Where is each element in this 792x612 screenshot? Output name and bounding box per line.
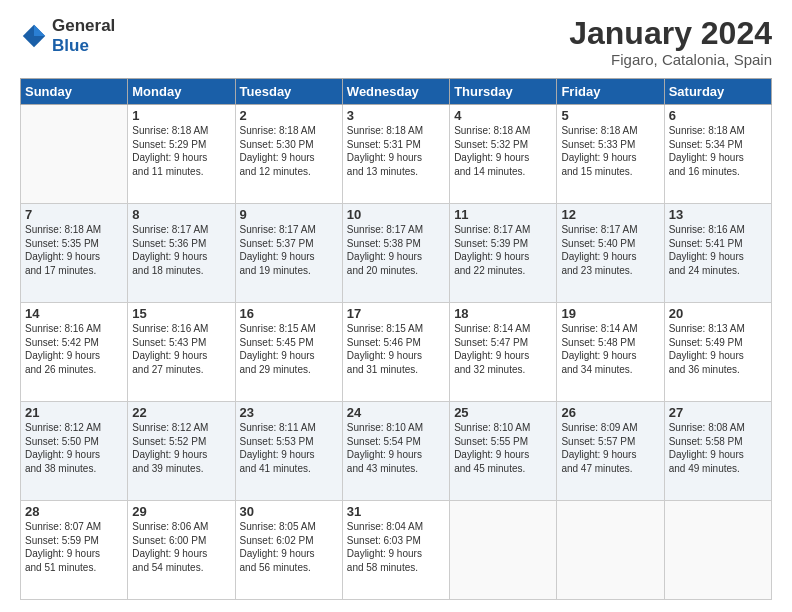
day-info: Sunrise: 8:15 AMSunset: 5:45 PMDaylight:…	[240, 322, 338, 376]
calendar-cell: 28Sunrise: 8:07 AMSunset: 5:59 PMDayligh…	[21, 501, 128, 600]
day-number: 20	[669, 306, 767, 321]
calendar-cell	[664, 501, 771, 600]
day-number: 25	[454, 405, 552, 420]
day-number: 29	[132, 504, 230, 519]
day-info: Sunrise: 8:18 AMSunset: 5:35 PMDaylight:…	[25, 223, 123, 277]
day-info: Sunrise: 8:14 AMSunset: 5:48 PMDaylight:…	[561, 322, 659, 376]
day-number: 24	[347, 405, 445, 420]
day-info: Sunrise: 8:16 AMSunset: 5:41 PMDaylight:…	[669, 223, 767, 277]
calendar-week-1: 1Sunrise: 8:18 AMSunset: 5:29 PMDaylight…	[21, 105, 772, 204]
calendar-cell: 21Sunrise: 8:12 AMSunset: 5:50 PMDayligh…	[21, 402, 128, 501]
calendar-cell: 22Sunrise: 8:12 AMSunset: 5:52 PMDayligh…	[128, 402, 235, 501]
day-info: Sunrise: 8:18 AMSunset: 5:33 PMDaylight:…	[561, 124, 659, 178]
day-number: 28	[25, 504, 123, 519]
calendar-cell: 17Sunrise: 8:15 AMSunset: 5:46 PMDayligh…	[342, 303, 449, 402]
day-info: Sunrise: 8:18 AMSunset: 5:30 PMDaylight:…	[240, 124, 338, 178]
day-info: Sunrise: 8:17 AMSunset: 5:38 PMDaylight:…	[347, 223, 445, 277]
calendar-cell: 6Sunrise: 8:18 AMSunset: 5:34 PMDaylight…	[664, 105, 771, 204]
calendar-week-5: 28Sunrise: 8:07 AMSunset: 5:59 PMDayligh…	[21, 501, 772, 600]
logo-icon	[20, 22, 48, 50]
day-number: 6	[669, 108, 767, 123]
calendar-cell: 13Sunrise: 8:16 AMSunset: 5:41 PMDayligh…	[664, 204, 771, 303]
day-info: Sunrise: 8:10 AMSunset: 5:55 PMDaylight:…	[454, 421, 552, 475]
header-cell-thursday: Thursday	[450, 79, 557, 105]
day-number: 19	[561, 306, 659, 321]
calendar-cell: 24Sunrise: 8:10 AMSunset: 5:54 PMDayligh…	[342, 402, 449, 501]
calendar-cell	[21, 105, 128, 204]
day-info: Sunrise: 8:12 AMSunset: 5:52 PMDaylight:…	[132, 421, 230, 475]
day-number: 30	[240, 504, 338, 519]
day-info: Sunrise: 8:17 AMSunset: 5:37 PMDaylight:…	[240, 223, 338, 277]
calendar-cell: 18Sunrise: 8:14 AMSunset: 5:47 PMDayligh…	[450, 303, 557, 402]
day-number: 8	[132, 207, 230, 222]
day-info: Sunrise: 8:16 AMSunset: 5:43 PMDaylight:…	[132, 322, 230, 376]
day-number: 4	[454, 108, 552, 123]
day-number: 14	[25, 306, 123, 321]
logo: General Blue	[20, 16, 115, 55]
day-number: 3	[347, 108, 445, 123]
day-info: Sunrise: 8:17 AMSunset: 5:36 PMDaylight:…	[132, 223, 230, 277]
day-number: 27	[669, 405, 767, 420]
day-info: Sunrise: 8:11 AMSunset: 5:53 PMDaylight:…	[240, 421, 338, 475]
calendar-body: 1Sunrise: 8:18 AMSunset: 5:29 PMDaylight…	[21, 105, 772, 600]
day-number: 16	[240, 306, 338, 321]
title-block: January 2024 Figaro, Catalonia, Spain	[569, 16, 772, 68]
calendar-cell: 4Sunrise: 8:18 AMSunset: 5:32 PMDaylight…	[450, 105, 557, 204]
calendar-cell: 26Sunrise: 8:09 AMSunset: 5:57 PMDayligh…	[557, 402, 664, 501]
day-info: Sunrise: 8:07 AMSunset: 5:59 PMDaylight:…	[25, 520, 123, 574]
day-number: 9	[240, 207, 338, 222]
day-info: Sunrise: 8:13 AMSunset: 5:49 PMDaylight:…	[669, 322, 767, 376]
calendar-cell: 16Sunrise: 8:15 AMSunset: 5:45 PMDayligh…	[235, 303, 342, 402]
header-cell-tuesday: Tuesday	[235, 79, 342, 105]
day-info: Sunrise: 8:12 AMSunset: 5:50 PMDaylight:…	[25, 421, 123, 475]
day-info: Sunrise: 8:09 AMSunset: 5:57 PMDaylight:…	[561, 421, 659, 475]
calendar-week-4: 21Sunrise: 8:12 AMSunset: 5:50 PMDayligh…	[21, 402, 772, 501]
day-info: Sunrise: 8:18 AMSunset: 5:34 PMDaylight:…	[669, 124, 767, 178]
day-info: Sunrise: 8:18 AMSunset: 5:32 PMDaylight:…	[454, 124, 552, 178]
day-number: 31	[347, 504, 445, 519]
calendar-week-2: 7Sunrise: 8:18 AMSunset: 5:35 PMDaylight…	[21, 204, 772, 303]
page: General Blue January 2024 Figaro, Catalo…	[0, 0, 792, 612]
day-number: 7	[25, 207, 123, 222]
calendar-cell: 19Sunrise: 8:14 AMSunset: 5:48 PMDayligh…	[557, 303, 664, 402]
calendar-cell: 27Sunrise: 8:08 AMSunset: 5:58 PMDayligh…	[664, 402, 771, 501]
day-info: Sunrise: 8:17 AMSunset: 5:40 PMDaylight:…	[561, 223, 659, 277]
calendar-cell: 3Sunrise: 8:18 AMSunset: 5:31 PMDaylight…	[342, 105, 449, 204]
day-info: Sunrise: 8:08 AMSunset: 5:58 PMDaylight:…	[669, 421, 767, 475]
header-cell-wednesday: Wednesday	[342, 79, 449, 105]
svg-marker-1	[34, 24, 45, 35]
header-cell-saturday: Saturday	[664, 79, 771, 105]
page-subtitle: Figaro, Catalonia, Spain	[569, 51, 772, 68]
day-info: Sunrise: 8:18 AMSunset: 5:31 PMDaylight:…	[347, 124, 445, 178]
page-title: January 2024	[569, 16, 772, 51]
day-number: 18	[454, 306, 552, 321]
day-number: 1	[132, 108, 230, 123]
calendar-cell: 10Sunrise: 8:17 AMSunset: 5:38 PMDayligh…	[342, 204, 449, 303]
day-info: Sunrise: 8:16 AMSunset: 5:42 PMDaylight:…	[25, 322, 123, 376]
calendar-cell: 23Sunrise: 8:11 AMSunset: 5:53 PMDayligh…	[235, 402, 342, 501]
day-number: 21	[25, 405, 123, 420]
calendar-cell: 20Sunrise: 8:13 AMSunset: 5:49 PMDayligh…	[664, 303, 771, 402]
calendar-cell: 29Sunrise: 8:06 AMSunset: 6:00 PMDayligh…	[128, 501, 235, 600]
calendar-cell: 5Sunrise: 8:18 AMSunset: 5:33 PMDaylight…	[557, 105, 664, 204]
calendar-week-3: 14Sunrise: 8:16 AMSunset: 5:42 PMDayligh…	[21, 303, 772, 402]
calendar-cell: 8Sunrise: 8:17 AMSunset: 5:36 PMDaylight…	[128, 204, 235, 303]
calendar-cell	[450, 501, 557, 600]
header-row: SundayMondayTuesdayWednesdayThursdayFrid…	[21, 79, 772, 105]
calendar-cell: 31Sunrise: 8:04 AMSunset: 6:03 PMDayligh…	[342, 501, 449, 600]
calendar-cell: 7Sunrise: 8:18 AMSunset: 5:35 PMDaylight…	[21, 204, 128, 303]
calendar-table: SundayMondayTuesdayWednesdayThursdayFrid…	[20, 78, 772, 600]
day-number: 22	[132, 405, 230, 420]
day-info: Sunrise: 8:04 AMSunset: 6:03 PMDaylight:…	[347, 520, 445, 574]
calendar-cell: 30Sunrise: 8:05 AMSunset: 6:02 PMDayligh…	[235, 501, 342, 600]
calendar-cell: 14Sunrise: 8:16 AMSunset: 5:42 PMDayligh…	[21, 303, 128, 402]
calendar-cell: 9Sunrise: 8:17 AMSunset: 5:37 PMDaylight…	[235, 204, 342, 303]
calendar-cell: 25Sunrise: 8:10 AMSunset: 5:55 PMDayligh…	[450, 402, 557, 501]
day-number: 12	[561, 207, 659, 222]
calendar-header: SundayMondayTuesdayWednesdayThursdayFrid…	[21, 79, 772, 105]
day-number: 11	[454, 207, 552, 222]
day-number: 23	[240, 405, 338, 420]
day-number: 17	[347, 306, 445, 321]
day-number: 10	[347, 207, 445, 222]
day-number: 26	[561, 405, 659, 420]
